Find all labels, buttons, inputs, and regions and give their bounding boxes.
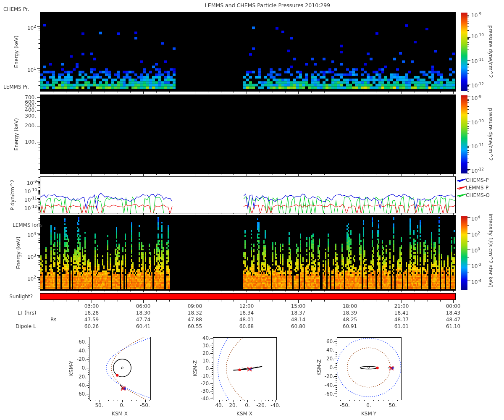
orbit2-y-axis-label: KSM-Z — [192, 360, 198, 376]
orbit2-x-tick-label: 40. — [215, 402, 223, 408]
colorbar2-tick-label: 10-9 — [471, 94, 481, 101]
pressure-tick-label-p3: 10-11 — [24, 195, 37, 203]
ephemeris-value: 61.01 — [394, 323, 409, 329]
orbit3-x-axis-label: KSM-Y — [361, 411, 376, 417]
energy-tick-label-p1: 101 — [27, 66, 36, 73]
ephemeris-value: 47.59 — [84, 317, 99, 323]
exponent: -2 — [478, 262, 481, 267]
exponent: -4 — [478, 278, 481, 283]
colorbar-label-intensity: intensity 1/(s cm^2 ster keV) — [488, 214, 494, 288]
orbit3-x-tick-label: 50. — [388, 402, 396, 408]
orbit2-y-tick-label: 10. — [202, 358, 210, 364]
exponent: -12 — [31, 205, 37, 209]
exponent: -9 — [478, 12, 481, 16]
ephemeris-value: 61.10 — [446, 323, 460, 329]
ephemeris-value: 60.80 — [291, 323, 305, 329]
orbit3-y-tick-label: -60. — [325, 391, 334, 397]
time-tick-label: 06:00 — [136, 303, 151, 309]
exponent: -9 — [478, 94, 481, 99]
ephemeris-row-label-lt: LT (hrs) — [18, 310, 36, 316]
ephemeris-value: 60.91 — [343, 323, 357, 329]
orbit3-y-tick-label: -20. — [325, 373, 334, 379]
orbit3-y-tick-label: 60. — [326, 339, 334, 344]
time-tick-label: 21:00 — [394, 303, 409, 309]
ephemeris-value: 60.55 — [188, 323, 202, 329]
legend-line-lemms-p — [457, 186, 464, 189]
time-tick-label: 03:00 — [84, 303, 99, 309]
colorbar4-tick-label: 10-4 — [471, 278, 481, 285]
ephemeris-value: 18.41 — [394, 310, 409, 316]
ephemeris-value: 48.47 — [446, 317, 460, 323]
exponent: 1 — [34, 66, 36, 71]
legend-item-lemms-p: LEMMS-P — [457, 184, 490, 192]
ephemeris-value: 48.01 — [239, 317, 254, 323]
colorbar4-tick-label: 100 — [471, 246, 480, 254]
orbit1-y-tick-label: -20. — [77, 356, 87, 362]
orbit3-y-tick-label: 20. — [326, 356, 334, 362]
ephemeris-value: 18.34 — [239, 310, 254, 316]
orbit1-y-tick-label: -40. — [77, 348, 87, 354]
exponent: -11 — [31, 196, 37, 200]
exponent: -11 — [478, 143, 484, 147]
energy-tick-label-p4: 104 — [27, 231, 36, 238]
colorbar2-tick-label: 10-10 — [471, 118, 484, 126]
orbit2-y-tick-label: 30. — [202, 343, 210, 349]
orbit2-y-tick-label: -30. — [201, 388, 210, 394]
ephemeris-value: 47.88 — [188, 317, 202, 323]
exponent: -10 — [478, 33, 484, 37]
orbit1-y-tick-label: 40. — [79, 382, 87, 388]
exponent: 2 — [34, 275, 36, 279]
orbit3-y-tick-label: -40. — [325, 382, 334, 388]
ephemeris-row-label-dipole-l: Dipole L — [16, 323, 36, 329]
colorbar-label-pressure-1: pressure dyne/cm^2 — [488, 25, 494, 78]
orbit1-x-axis-label: KSM-X — [112, 411, 128, 417]
orbit3-y-tick-label: 40. — [326, 347, 334, 353]
colorbar1-tick-label: 10-9 — [471, 11, 481, 18]
colorbar1-tick-label: 10-10 — [471, 32, 484, 39]
energy-tick-label-p4: 102 — [27, 274, 36, 282]
y-axis-label-energy-2: Energy (keV) — [13, 118, 19, 150]
energy-tick-label-p2: 400. — [25, 107, 36, 113]
ephemeris-value: 18.28 — [84, 310, 99, 316]
ephemeris-value: 48.14 — [291, 317, 305, 323]
ephemeris-value: 48.37 — [394, 317, 409, 323]
orbit2-x-tick-label: -40. — [270, 402, 280, 408]
legend-label-chems-o: CHEMS-O — [466, 192, 490, 198]
exponent: -9 — [33, 179, 37, 184]
legend-line-chems-o — [457, 194, 464, 196]
orbit1-x-tick-label: 0. — [120, 402, 124, 408]
colorbar1-tick-label: 10-12 — [471, 81, 484, 89]
orbit2-y-tick-label: -40. — [201, 396, 210, 402]
ephemeris-value: 18.30 — [136, 310, 150, 316]
energy-tick-label-p2: 200. — [25, 123, 36, 129]
colorbar1-tick-label: 10-11 — [471, 57, 484, 64]
orbit2-x-axis-label: KSM-X — [236, 411, 252, 417]
orbit1-y-tick-label: -60. — [77, 339, 87, 345]
pressure-legend: CHEMS-P LEMMS-P CHEMS-O — [457, 176, 490, 199]
orbit2-y-tick-label: 20. — [202, 350, 210, 356]
energy-tick-label-p4: 103 — [27, 252, 36, 260]
panel-label-chems-pressure: CHEMS Pr. — [3, 6, 29, 12]
orbit3-x-tick-label: -50. — [340, 402, 349, 408]
legend-line-chems-p — [457, 179, 464, 181]
colorbar-label-pressure-2: pressure dyne/cm^2 — [488, 108, 494, 160]
ephemeris-value: 60.68 — [239, 323, 254, 329]
ephemeris-row-label-rs: Rs — [50, 317, 57, 323]
orbit3-y-axis-label: KSM-Z — [316, 360, 322, 375]
exponent: 2 — [34, 24, 36, 29]
y-axis-label-energy-4: Energy (keV) — [16, 236, 21, 269]
colorbar2-tick-label: 10-11 — [471, 142, 484, 150]
legend-item-chems-p: CHEMS-P — [457, 176, 490, 184]
orbit3-y-tick-label: 0. — [330, 365, 334, 370]
exponent: 4 — [34, 231, 36, 236]
y-axis-label-pressure: P dyn/cm^2 — [10, 179, 16, 210]
exponent: 0 — [478, 247, 480, 251]
exponent: 4 — [478, 215, 480, 219]
plots-canvas — [0, 0, 504, 420]
orbit2-x-tick-label: 20. — [229, 402, 237, 408]
colorbar2-tick-label: 10-12 — [471, 166, 484, 174]
y-axis-label-energy-1: Energy (keV) — [13, 35, 19, 68]
energy-tick-label-p1: 102 — [27, 24, 36, 31]
time-tick-label: 09:00 — [188, 303, 202, 309]
time-tick-label: 18:00 — [343, 303, 357, 309]
